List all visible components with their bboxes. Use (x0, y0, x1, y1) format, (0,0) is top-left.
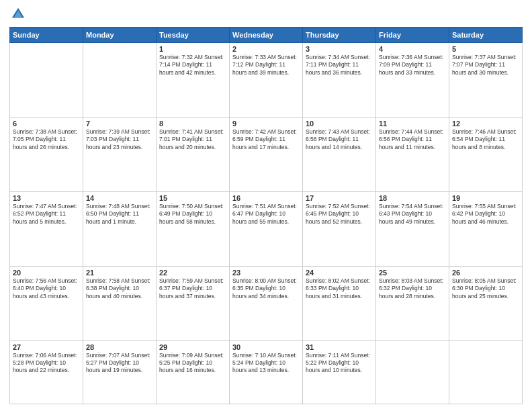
logo-icon (11, 7, 26, 21)
day-info: Sunrise: 7:48 AM Sunset: 6:50 PM Dayligh… (86, 203, 153, 226)
table-row: 10Sunrise: 7:43 AM Sunset: 6:58 PM Dayli… (303, 117, 376, 191)
day-number: 28 (86, 343, 153, 351)
table-row (83, 43, 157, 118)
table-row: 15Sunrise: 7:50 AM Sunset: 6:49 PM Dayli… (157, 191, 230, 266)
table-row: 4Sunrise: 7:36 AM Sunset: 7:09 PM Daylig… (376, 43, 449, 118)
day-info: Sunrise: 7:39 AM Sunset: 7:03 PM Dayligh… (86, 128, 153, 151)
header-monday: Monday (83, 28, 157, 43)
calendar-week-row: 6Sunrise: 7:38 AM Sunset: 7:05 PM Daylig… (10, 117, 523, 191)
day-info: Sunrise: 7:09 AM Sunset: 5:25 PM Dayligh… (159, 352, 226, 375)
header-wednesday: Wednesday (230, 28, 303, 43)
header-thursday: Thursday (303, 28, 376, 43)
table-row: 27Sunrise: 7:06 AM Sunset: 5:28 PM Dayli… (10, 340, 83, 404)
day-info: Sunrise: 7:44 AM Sunset: 6:56 PM Dayligh… (379, 128, 446, 151)
header-tuesday: Tuesday (157, 28, 230, 43)
day-number: 7 (86, 120, 153, 128)
day-info: Sunrise: 7:42 AM Sunset: 6:59 PM Dayligh… (232, 128, 300, 151)
day-number: 11 (379, 120, 446, 128)
day-number: 3 (306, 45, 373, 53)
table-row: 11Sunrise: 7:44 AM Sunset: 6:56 PM Dayli… (376, 117, 449, 191)
table-row: 7Sunrise: 7:39 AM Sunset: 7:03 PM Daylig… (83, 117, 157, 191)
day-number: 16 (232, 194, 300, 202)
table-row: 30Sunrise: 7:10 AM Sunset: 5:24 PM Dayli… (230, 340, 303, 404)
day-info: Sunrise: 7:06 AM Sunset: 5:28 PM Dayligh… (13, 352, 80, 375)
table-row: 22Sunrise: 7:59 AM Sunset: 6:37 PM Dayli… (157, 266, 230, 340)
day-info: Sunrise: 8:05 AM Sunset: 6:30 PM Dayligh… (452, 277, 519, 300)
table-row: 20Sunrise: 7:56 AM Sunset: 6:40 PM Dayli… (10, 266, 83, 340)
day-info: Sunrise: 7:47 AM Sunset: 6:52 PM Dayligh… (13, 203, 80, 226)
table-row: 25Sunrise: 8:03 AM Sunset: 6:32 PM Dayli… (376, 266, 449, 340)
day-number: 24 (306, 269, 373, 277)
day-number: 9 (232, 120, 300, 128)
table-row: 6Sunrise: 7:38 AM Sunset: 7:05 PM Daylig… (10, 117, 83, 191)
table-row: 24Sunrise: 8:02 AM Sunset: 6:33 PM Dayli… (303, 266, 376, 340)
table-row: 23Sunrise: 8:00 AM Sunset: 6:35 PM Dayli… (230, 266, 303, 340)
day-number: 12 (452, 120, 519, 128)
day-number: 29 (159, 343, 226, 351)
day-info: Sunrise: 8:02 AM Sunset: 6:33 PM Dayligh… (306, 277, 373, 300)
day-info: Sunrise: 7:59 AM Sunset: 6:37 PM Dayligh… (159, 277, 226, 300)
day-info: Sunrise: 7:46 AM Sunset: 6:54 PM Dayligh… (452, 128, 519, 151)
day-number: 19 (452, 194, 519, 202)
day-number: 5 (452, 45, 519, 53)
table-row: 26Sunrise: 8:05 AM Sunset: 6:30 PM Dayli… (449, 266, 523, 340)
day-number: 15 (159, 194, 226, 202)
day-info: Sunrise: 7:37 AM Sunset: 7:07 PM Dayligh… (452, 54, 519, 77)
day-info: Sunrise: 7:41 AM Sunset: 7:01 PM Dayligh… (159, 128, 226, 151)
table-row: 21Sunrise: 7:58 AM Sunset: 6:38 PM Dayli… (83, 266, 157, 340)
table-row: 28Sunrise: 7:07 AM Sunset: 5:27 PM Dayli… (83, 340, 157, 404)
day-number: 21 (86, 269, 153, 277)
day-info: Sunrise: 7:51 AM Sunset: 6:47 PM Dayligh… (232, 203, 300, 226)
day-number: 13 (13, 194, 80, 202)
header-saturday: Saturday (449, 28, 523, 43)
calendar-week-row: 1Sunrise: 7:32 AM Sunset: 7:14 PM Daylig… (10, 43, 523, 118)
header-sunday: Sunday (10, 28, 83, 43)
day-number: 22 (159, 269, 226, 277)
table-row: 3Sunrise: 7:34 AM Sunset: 7:11 PM Daylig… (303, 43, 376, 118)
day-number: 1 (159, 45, 226, 53)
table-row: 1Sunrise: 7:32 AM Sunset: 7:14 PM Daylig… (157, 43, 230, 118)
day-info: Sunrise: 7:38 AM Sunset: 7:05 PM Dayligh… (13, 128, 80, 151)
header-friday: Friday (376, 28, 449, 43)
day-number: 18 (379, 194, 446, 202)
day-number: 27 (13, 343, 80, 351)
day-info: Sunrise: 7:55 AM Sunset: 6:42 PM Dayligh… (452, 203, 519, 226)
table-row (449, 340, 523, 404)
table-row: 16Sunrise: 7:51 AM Sunset: 6:47 PM Dayli… (230, 191, 303, 266)
day-number: 8 (159, 120, 226, 128)
day-info: Sunrise: 8:03 AM Sunset: 6:32 PM Dayligh… (379, 277, 446, 300)
day-number: 20 (13, 269, 80, 277)
table-row: 17Sunrise: 7:52 AM Sunset: 6:45 PM Dayli… (303, 191, 376, 266)
day-info: Sunrise: 7:56 AM Sunset: 6:40 PM Dayligh… (13, 277, 80, 300)
day-number: 26 (452, 269, 519, 277)
day-number: 4 (379, 45, 446, 53)
day-info: Sunrise: 7:07 AM Sunset: 5:27 PM Dayligh… (86, 352, 153, 375)
day-info: Sunrise: 7:34 AM Sunset: 7:11 PM Dayligh… (306, 54, 373, 77)
calendar-week-row: 27Sunrise: 7:06 AM Sunset: 5:28 PM Dayli… (10, 340, 523, 404)
day-info: Sunrise: 7:11 AM Sunset: 5:22 PM Dayligh… (306, 352, 373, 375)
table-row: 14Sunrise: 7:48 AM Sunset: 6:50 PM Dayli… (83, 191, 157, 266)
logo (9, 7, 26, 21)
table-row: 13Sunrise: 7:47 AM Sunset: 6:52 PM Dayli… (10, 191, 83, 266)
table-row (10, 43, 83, 118)
day-number: 2 (232, 45, 300, 53)
day-info: Sunrise: 7:52 AM Sunset: 6:45 PM Dayligh… (306, 203, 373, 226)
day-info: Sunrise: 7:43 AM Sunset: 6:58 PM Dayligh… (306, 128, 373, 151)
day-number: 17 (306, 194, 373, 202)
day-number: 14 (86, 194, 153, 202)
calendar-table: Sunday Monday Tuesday Wednesday Thursday… (9, 27, 523, 404)
table-row: 5Sunrise: 7:37 AM Sunset: 7:07 PM Daylig… (449, 43, 523, 118)
day-info: Sunrise: 7:54 AM Sunset: 6:43 PM Dayligh… (379, 203, 446, 226)
day-number: 10 (306, 120, 373, 128)
day-info: Sunrise: 7:50 AM Sunset: 6:49 PM Dayligh… (159, 203, 226, 226)
day-info: Sunrise: 7:58 AM Sunset: 6:38 PM Dayligh… (86, 277, 153, 300)
day-number: 30 (232, 343, 300, 351)
day-number: 6 (13, 120, 80, 128)
calendar-week-row: 13Sunrise: 7:47 AM Sunset: 6:52 PM Dayli… (10, 191, 523, 266)
table-row (376, 340, 449, 404)
table-row: 2Sunrise: 7:33 AM Sunset: 7:12 PM Daylig… (230, 43, 303, 118)
calendar-header-row: Sunday Monday Tuesday Wednesday Thursday… (10, 28, 523, 43)
day-info: Sunrise: 7:32 AM Sunset: 7:14 PM Dayligh… (159, 54, 226, 77)
page: Sunday Monday Tuesday Wednesday Thursday… (0, 0, 532, 411)
day-number: 25 (379, 269, 446, 277)
